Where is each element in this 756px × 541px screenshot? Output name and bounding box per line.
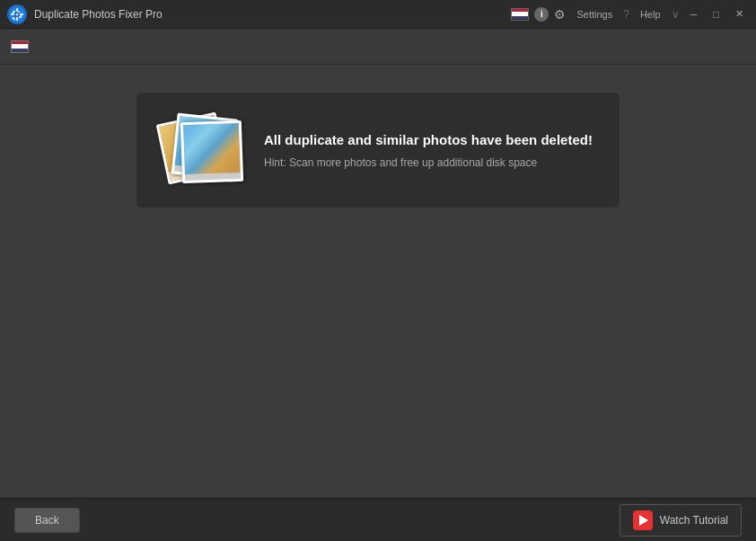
close-button[interactable]: ✕ — [730, 6, 749, 22]
result-text: All duplicate and similar photos have be… — [264, 132, 594, 169]
settings-button[interactable]: Settings — [571, 7, 618, 22]
play-icon — [633, 510, 653, 530]
back-button[interactable]: Back — [14, 508, 80, 533]
main-content: All duplicate and similar photos have be… — [0, 65, 756, 498]
help-button[interactable]: Help — [635, 7, 666, 22]
result-title: All duplicate and similar photos have be… — [264, 132, 594, 147]
svg-rect-4 — [11, 13, 14, 15]
separator: ? — [623, 8, 629, 21]
info-icon[interactable]: i — [534, 7, 549, 22]
maximize-button[interactable]: □ — [708, 7, 725, 22]
title-bar: Duplicate Photos Fixer Pro i ⚙ Settings … — [0, 0, 756, 29]
play-triangle — [639, 515, 648, 526]
photo-card-front — [180, 120, 243, 183]
bottom-bar: Back Watch Tutorial — [0, 498, 756, 541]
settings-icon: ⚙ — [554, 7, 566, 22]
watch-tutorial-label: Watch Tutorial — [660, 514, 728, 527]
flag-toolbar-icon — [11, 40, 29, 53]
result-hint: Hint: Scan more photos and free up addit… — [264, 156, 594, 169]
result-card: All duplicate and similar photos have be… — [136, 92, 620, 208]
minimize-button[interactable]: ─ — [685, 7, 703, 22]
svg-rect-5 — [20, 13, 23, 15]
app-title: Duplicate Photos Fixer Pro — [34, 8, 163, 21]
svg-rect-3 — [16, 17, 18, 21]
title-controls: i ⚙ Settings ? Help ∨ ─ □ ✕ — [511, 6, 749, 22]
toolbar — [0, 29, 756, 65]
title-left: Duplicate Photos Fixer Pro — [0, 4, 163, 24]
photo-stack-illustration — [162, 114, 242, 186]
app-icon — [7, 4, 27, 24]
svg-point-11 — [16, 13, 19, 15]
help-chevron: ∨ — [672, 8, 680, 21]
watch-tutorial-button[interactable]: Watch Tutorial — [620, 504, 742, 537]
us-flag-icon — [511, 8, 529, 21]
